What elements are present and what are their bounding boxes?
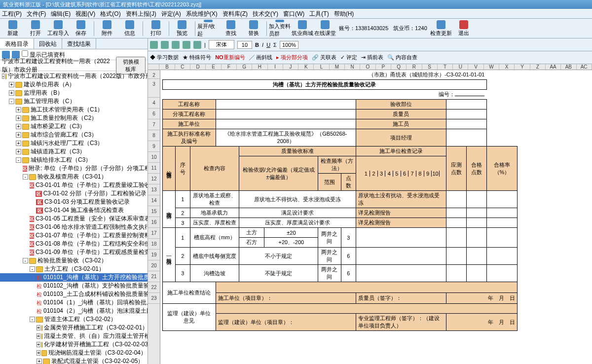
toolbar-保存[interactable]: 保存 bbox=[70, 20, 92, 37]
tree-node[interactable]: 010101_沟槽（基坑）土方开挖检验批质量验收记录 bbox=[0, 273, 148, 282]
paste-icon[interactable] bbox=[193, 41, 201, 49]
zoom-select[interactable]: 100% bbox=[280, 41, 298, 49]
col-header[interactable]: W bbox=[484, 64, 499, 70]
menu-item[interactable]: 帮助(H) bbox=[334, 10, 354, 17]
row-header[interactable]: 2 bbox=[148, 70, 160, 79]
toolbar-替换[interactable]: 替换 bbox=[243, 20, 264, 37]
cut-icon[interactable] bbox=[172, 41, 180, 49]
exit-button[interactable]: 退出 bbox=[453, 20, 475, 37]
tree-node[interactable]: C3-01-07 单位（子单位）工程质量控制资料核查记录表 bbox=[0, 231, 148, 240]
toolbar-打印[interactable]: 打印 bbox=[145, 20, 167, 37]
col-header[interactable]: B bbox=[159, 64, 175, 70]
toolbar-展开/收起[interactable]: 展开/收起 bbox=[197, 20, 219, 37]
relate-btn[interactable]: 🔗 关联表 bbox=[312, 54, 336, 61]
row-header[interactable]: 21 bbox=[148, 271, 160, 282]
tree-node[interactable]: C3-01-09 单位（子单位）工程观感质量检查表 bbox=[0, 248, 148, 256]
tree-node[interactable]: +混凝土类管、拱（自）应力混凝土管开槽施工工程（ bbox=[0, 332, 148, 340]
col-header[interactable]: P bbox=[376, 64, 391, 70]
col-header[interactable]: AB bbox=[561, 64, 576, 70]
menu-item[interactable]: 编辑(E) bbox=[51, 10, 71, 17]
row-header[interactable]: 13 bbox=[148, 184, 160, 195]
toolbar-新建[interactable]: 新建 bbox=[2, 20, 24, 37]
tree-expander[interactable]: + bbox=[9, 90, 14, 96]
tree-expander[interactable]: + bbox=[16, 107, 21, 112]
tree-expander[interactable]: + bbox=[37, 333, 40, 339]
toolbar-工程导入[interactable]: 工程导入 bbox=[47, 20, 69, 37]
row-header[interactable]: 3 bbox=[148, 79, 160, 98]
toolbar-附件[interactable]: 附件 bbox=[96, 20, 118, 37]
col-header[interactable]: G bbox=[237, 64, 252, 70]
draw-line-btn[interactable]: ╱ 画斜线 bbox=[249, 54, 272, 61]
row-header[interactable]: 19 bbox=[148, 250, 160, 260]
toolbar-加入资料员群[interactable]: 加入资料员群 bbox=[269, 20, 291, 37]
tree-node[interactable]: +城市综合管廊工程（C3） bbox=[0, 131, 148, 139]
menu-item[interactable]: 技术交(Y) bbox=[253, 10, 278, 17]
eval-btn[interactable]: ✓ 评定 bbox=[340, 54, 357, 61]
menu-item[interactable]: 格式(O) bbox=[100, 10, 120, 17]
tree-node[interactable]: 010104（1）_沟槽（基坑）回填检验批质量验收记录 bbox=[0, 298, 148, 307]
toolbar-预览[interactable]: 预览 bbox=[171, 20, 193, 37]
tree-expander[interactable]: + bbox=[16, 132, 21, 138]
tree-node[interactable]: 010104（2）_沟槽（基坑）泡沫混凝土回填检验批质 bbox=[0, 307, 148, 315]
row-header[interactable]: 9 bbox=[148, 141, 160, 152]
col-header[interactable]: AA bbox=[546, 64, 561, 70]
italic-icon[interactable]: I bbox=[262, 42, 263, 48]
spreadsheet[interactable]: BCDEFGHIJKLMNOPQRSTUVWXYZAAABAC 23467891… bbox=[148, 64, 592, 364]
underline-icon[interactable]: U bbox=[266, 42, 270, 48]
tree-node[interactable]: C3-01-06 给水排水管道工程强制性条文执行情况检查记 bbox=[0, 223, 148, 231]
action-ribbon[interactable]: ◆ 学习数据 ★ 特殊符号 NO重新编号 ╱ 画斜线 ▸ 项分部分项 🔗 关联表… bbox=[148, 51, 592, 64]
menu-item[interactable]: 工程(P) bbox=[2, 10, 22, 17]
tree-node[interactable]: +城镇污水处理厂工程（C3） bbox=[0, 139, 148, 147]
col-header[interactable] bbox=[148, 64, 159, 70]
row-header[interactable] bbox=[148, 304, 160, 364]
col-header[interactable]: C bbox=[175, 64, 190, 70]
col-header[interactable]: M bbox=[330, 64, 345, 70]
tree-expander[interactable]: - bbox=[23, 258, 28, 263]
tree-expander[interactable]: + bbox=[37, 325, 40, 330]
tree-node[interactable]: C3-01-05 工程质量（安全）保证体系审查表 bbox=[0, 215, 148, 223]
col-header[interactable]: R bbox=[407, 64, 422, 70]
col-header[interactable]: Y bbox=[515, 64, 530, 70]
col-header[interactable]: AC bbox=[577, 64, 592, 70]
tree-node[interactable]: -检验批质量验收（C3-02） bbox=[0, 256, 148, 265]
row-header[interactable]: 14 bbox=[148, 195, 160, 206]
tree-node[interactable]: -土方工程（C3-02-01） bbox=[0, 265, 148, 273]
left-tab[interactable]: 回收站 bbox=[34, 38, 62, 49]
tree-expander[interactable]: - bbox=[30, 317, 35, 322]
tree-node[interactable]: +施工技术管理类用表（C1） bbox=[0, 106, 148, 114]
tree-node[interactable]: +监理用表（B） bbox=[0, 89, 148, 97]
left-tab[interactable]: 查找结果 bbox=[62, 38, 96, 49]
row-header[interactable]: 8 bbox=[148, 130, 160, 141]
tree-expander[interactable]: + bbox=[16, 115, 21, 121]
col-header[interactable]: I bbox=[268, 64, 283, 70]
tree-expander[interactable]: - bbox=[16, 157, 21, 163]
tree-expander[interactable]: + bbox=[37, 350, 40, 356]
tree-node[interactable]: -管道主体工程（C3-02-02） bbox=[0, 315, 148, 324]
tree-node[interactable]: C3-01-04 施工准备情况检查表 bbox=[0, 206, 148, 215]
menu-item[interactable]: 资料上报(J) bbox=[126, 10, 156, 17]
col-header[interactable]: X bbox=[499, 64, 515, 70]
row-header[interactable]: 23 bbox=[148, 293, 160, 304]
tree-node[interactable]: C3-01-08 单位（子单位）工程结构安全和使用功能检验 bbox=[0, 240, 148, 248]
check-update-button[interactable]: 检查更新 bbox=[430, 20, 452, 37]
toolbar-查找[interactable]: 查找 bbox=[220, 20, 242, 37]
bold-icon[interactable]: B bbox=[255, 42, 259, 48]
col-header[interactable]: Q bbox=[391, 64, 407, 70]
col-header[interactable]: J bbox=[283, 64, 298, 70]
font-select[interactable]: 宋体 bbox=[209, 40, 234, 49]
tree-expander[interactable]: + bbox=[9, 82, 14, 87]
row-header[interactable]: 11 bbox=[148, 163, 160, 174]
row-header[interactable]: 15 bbox=[148, 206, 160, 217]
fontsize-select[interactable]: 10 bbox=[237, 41, 252, 49]
col-header[interactable]: Z bbox=[530, 64, 546, 70]
form-table[interactable]: （市政）甬统表（城镇给排水）-C3-02-01-01-01沟槽（基坑）土方开挖检… bbox=[162, 70, 518, 331]
special-char-btn[interactable]: ★ 特殊符号 bbox=[183, 54, 211, 61]
row-header[interactable]: 4 bbox=[148, 98, 160, 109]
tree-expander[interactable]: - bbox=[2, 73, 4, 79]
menu-item[interactable]: 文件(F) bbox=[27, 10, 46, 17]
tree-expander[interactable]: - bbox=[23, 174, 28, 180]
tree-node[interactable]: +施工质量控制用表（C2） bbox=[0, 114, 148, 122]
tree-node[interactable]: -施工管理用表（C） bbox=[0, 97, 148, 106]
tree-expander[interactable]: + bbox=[37, 342, 40, 347]
col-header[interactable]: N bbox=[345, 64, 360, 70]
